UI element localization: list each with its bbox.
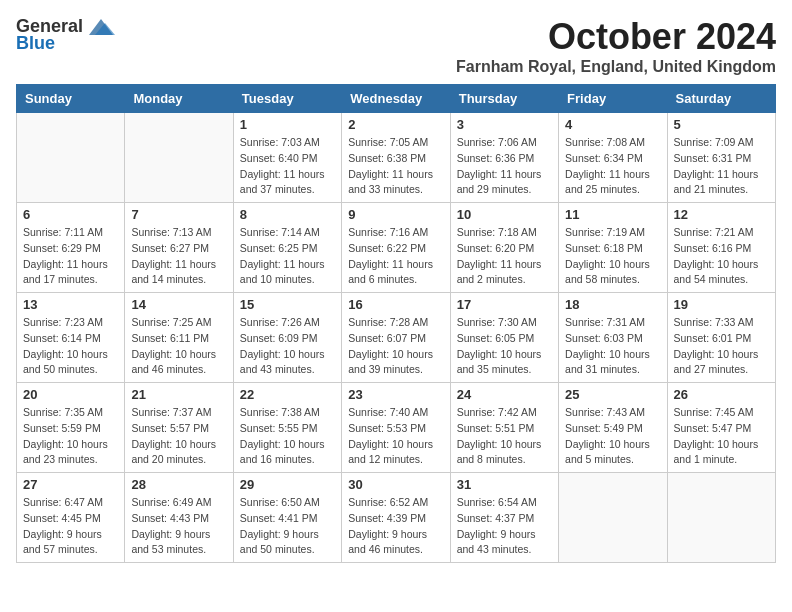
daylight-text: Daylight: 10 hours and 1 minute. bbox=[674, 438, 759, 466]
day-number: 27 bbox=[23, 477, 118, 492]
calendar-cell: 17Sunrise: 7:30 AMSunset: 6:05 PMDayligh… bbox=[450, 293, 558, 383]
calendar-cell: 31Sunrise: 6:54 AMSunset: 4:37 PMDayligh… bbox=[450, 473, 558, 563]
calendar: Sunday Monday Tuesday Wednesday Thursday… bbox=[16, 84, 776, 563]
daylight-text: Daylight: 9 hours and 57 minutes. bbox=[23, 528, 102, 556]
sunrise-text: Sunrise: 7:33 AM bbox=[674, 316, 754, 328]
daylight-text: Daylight: 9 hours and 53 minutes. bbox=[131, 528, 210, 556]
day-number: 12 bbox=[674, 207, 769, 222]
sunrise-text: Sunrise: 7:21 AM bbox=[674, 226, 754, 238]
daylight-text: Daylight: 10 hours and 20 minutes. bbox=[131, 438, 216, 466]
month-title: October 2024 bbox=[456, 16, 776, 58]
day-number: 28 bbox=[131, 477, 226, 492]
day-info: Sunrise: 7:28 AMSunset: 6:07 PMDaylight:… bbox=[348, 315, 443, 378]
sunrise-text: Sunrise: 6:49 AM bbox=[131, 496, 211, 508]
day-number: 7 bbox=[131, 207, 226, 222]
day-number: 30 bbox=[348, 477, 443, 492]
sunrise-text: Sunrise: 6:52 AM bbox=[348, 496, 428, 508]
daylight-text: Daylight: 10 hours and 12 minutes. bbox=[348, 438, 433, 466]
calendar-cell: 2Sunrise: 7:05 AMSunset: 6:38 PMDaylight… bbox=[342, 113, 450, 203]
day-info: Sunrise: 7:38 AMSunset: 5:55 PMDaylight:… bbox=[240, 405, 335, 468]
sunrise-text: Sunrise: 7:05 AM bbox=[348, 136, 428, 148]
day-info: Sunrise: 7:06 AMSunset: 6:36 PMDaylight:… bbox=[457, 135, 552, 198]
sunset-text: Sunset: 5:49 PM bbox=[565, 422, 643, 434]
day-info: Sunrise: 7:42 AMSunset: 5:51 PMDaylight:… bbox=[457, 405, 552, 468]
sunset-text: Sunset: 5:53 PM bbox=[348, 422, 426, 434]
daylight-text: Daylight: 9 hours and 46 minutes. bbox=[348, 528, 427, 556]
sunrise-text: Sunrise: 7:45 AM bbox=[674, 406, 754, 418]
day-info: Sunrise: 7:43 AMSunset: 5:49 PMDaylight:… bbox=[565, 405, 660, 468]
calendar-cell: 10Sunrise: 7:18 AMSunset: 6:20 PMDayligh… bbox=[450, 203, 558, 293]
day-info: Sunrise: 7:21 AMSunset: 6:16 PMDaylight:… bbox=[674, 225, 769, 288]
daylight-text: Daylight: 11 hours and 2 minutes. bbox=[457, 258, 542, 286]
calendar-cell: 22Sunrise: 7:38 AMSunset: 5:55 PMDayligh… bbox=[233, 383, 341, 473]
header-friday: Friday bbox=[559, 85, 667, 113]
sunrise-text: Sunrise: 7:35 AM bbox=[23, 406, 103, 418]
day-number: 5 bbox=[674, 117, 769, 132]
day-number: 9 bbox=[348, 207, 443, 222]
header-wednesday: Wednesday bbox=[342, 85, 450, 113]
daylight-text: Daylight: 11 hours and 10 minutes. bbox=[240, 258, 325, 286]
sunset-text: Sunset: 4:43 PM bbox=[131, 512, 209, 524]
day-number: 1 bbox=[240, 117, 335, 132]
day-number: 11 bbox=[565, 207, 660, 222]
daylight-text: Daylight: 11 hours and 17 minutes. bbox=[23, 258, 108, 286]
header: General Blue October 2024 Farnham Royal,… bbox=[16, 16, 776, 76]
calendar-cell: 16Sunrise: 7:28 AMSunset: 6:07 PMDayligh… bbox=[342, 293, 450, 383]
sunset-text: Sunset: 6:05 PM bbox=[457, 332, 535, 344]
title-area: October 2024 Farnham Royal, England, Uni… bbox=[456, 16, 776, 76]
day-info: Sunrise: 7:33 AMSunset: 6:01 PMDaylight:… bbox=[674, 315, 769, 378]
calendar-cell: 6Sunrise: 7:11 AMSunset: 6:29 PMDaylight… bbox=[17, 203, 125, 293]
sunrise-text: Sunrise: 7:28 AM bbox=[348, 316, 428, 328]
day-info: Sunrise: 6:54 AMSunset: 4:37 PMDaylight:… bbox=[457, 495, 552, 558]
sunrise-text: Sunrise: 7:03 AM bbox=[240, 136, 320, 148]
day-info: Sunrise: 7:18 AMSunset: 6:20 PMDaylight:… bbox=[457, 225, 552, 288]
logo-blue-text: Blue bbox=[16, 33, 55, 54]
day-number: 20 bbox=[23, 387, 118, 402]
sunrise-text: Sunrise: 6:54 AM bbox=[457, 496, 537, 508]
daylight-text: Daylight: 10 hours and 5 minutes. bbox=[565, 438, 650, 466]
header-tuesday: Tuesday bbox=[233, 85, 341, 113]
day-number: 24 bbox=[457, 387, 552, 402]
day-info: Sunrise: 7:40 AMSunset: 5:53 PMDaylight:… bbox=[348, 405, 443, 468]
sunset-text: Sunset: 6:14 PM bbox=[23, 332, 101, 344]
sunset-text: Sunset: 6:27 PM bbox=[131, 242, 209, 254]
sunrise-text: Sunrise: 7:43 AM bbox=[565, 406, 645, 418]
calendar-cell bbox=[17, 113, 125, 203]
sunset-text: Sunset: 4:39 PM bbox=[348, 512, 426, 524]
calendar-cell: 5Sunrise: 7:09 AMSunset: 6:31 PMDaylight… bbox=[667, 113, 775, 203]
sunset-text: Sunset: 6:01 PM bbox=[674, 332, 752, 344]
header-monday: Monday bbox=[125, 85, 233, 113]
day-number: 4 bbox=[565, 117, 660, 132]
daylight-text: Daylight: 11 hours and 29 minutes. bbox=[457, 168, 542, 196]
day-info: Sunrise: 7:26 AMSunset: 6:09 PMDaylight:… bbox=[240, 315, 335, 378]
sunrise-text: Sunrise: 7:26 AM bbox=[240, 316, 320, 328]
day-number: 2 bbox=[348, 117, 443, 132]
day-info: Sunrise: 7:05 AMSunset: 6:38 PMDaylight:… bbox=[348, 135, 443, 198]
calendar-cell: 28Sunrise: 6:49 AMSunset: 4:43 PMDayligh… bbox=[125, 473, 233, 563]
sunset-text: Sunset: 6:31 PM bbox=[674, 152, 752, 164]
day-number: 15 bbox=[240, 297, 335, 312]
day-info: Sunrise: 6:47 AMSunset: 4:45 PMDaylight:… bbox=[23, 495, 118, 558]
day-info: Sunrise: 6:49 AMSunset: 4:43 PMDaylight:… bbox=[131, 495, 226, 558]
day-number: 3 bbox=[457, 117, 552, 132]
sunrise-text: Sunrise: 7:11 AM bbox=[23, 226, 103, 238]
calendar-cell: 3Sunrise: 7:06 AMSunset: 6:36 PMDaylight… bbox=[450, 113, 558, 203]
daylight-text: Daylight: 10 hours and 58 minutes. bbox=[565, 258, 650, 286]
day-number: 31 bbox=[457, 477, 552, 492]
sunrise-text: Sunrise: 7:30 AM bbox=[457, 316, 537, 328]
header-sunday: Sunday bbox=[17, 85, 125, 113]
sunset-text: Sunset: 5:59 PM bbox=[23, 422, 101, 434]
sunrise-text: Sunrise: 7:31 AM bbox=[565, 316, 645, 328]
day-number: 19 bbox=[674, 297, 769, 312]
calendar-cell: 20Sunrise: 7:35 AMSunset: 5:59 PMDayligh… bbox=[17, 383, 125, 473]
day-info: Sunrise: 7:14 AMSunset: 6:25 PMDaylight:… bbox=[240, 225, 335, 288]
day-number: 23 bbox=[348, 387, 443, 402]
sunrise-text: Sunrise: 7:19 AM bbox=[565, 226, 645, 238]
sunrise-text: Sunrise: 7:38 AM bbox=[240, 406, 320, 418]
daylight-text: Daylight: 10 hours and 27 minutes. bbox=[674, 348, 759, 376]
calendar-cell: 4Sunrise: 7:08 AMSunset: 6:34 PMDaylight… bbox=[559, 113, 667, 203]
sunset-text: Sunset: 4:37 PM bbox=[457, 512, 535, 524]
day-info: Sunrise: 7:19 AMSunset: 6:18 PMDaylight:… bbox=[565, 225, 660, 288]
daylight-text: Daylight: 11 hours and 37 minutes. bbox=[240, 168, 325, 196]
calendar-cell: 21Sunrise: 7:37 AMSunset: 5:57 PMDayligh… bbox=[125, 383, 233, 473]
